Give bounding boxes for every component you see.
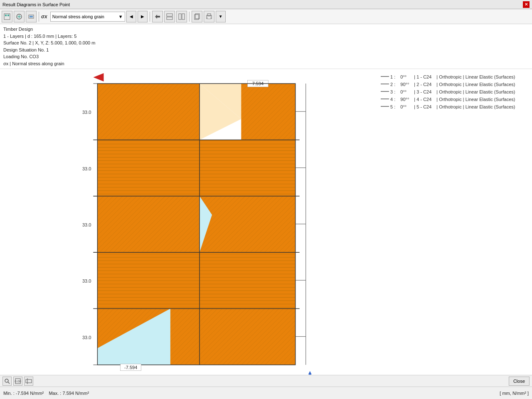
legend-area: 1 : 0°° | 1 - C24 | Orthotropic | Linear… bbox=[374, 69, 532, 394]
svg-text:0.00: 0.00 bbox=[15, 379, 21, 383]
info-panel: Timber Design 1 - Layers | d : 165.0 mm … bbox=[0, 24, 532, 69]
title-bar: Result Diagrams in Surface Point ✕ bbox=[0, 0, 532, 9]
bottom-toolbar: 0.00 Close bbox=[0, 375, 532, 387]
info-line-6: σx | Normal stress along grain bbox=[3, 60, 529, 67]
legend-item: 5 : 0°° | 5 - C24 | Orthotropic | Linear… bbox=[378, 103, 517, 111]
min-value: -7.594 N/mm² bbox=[16, 391, 44, 396]
svg-rect-21 bbox=[97, 84, 200, 140]
print-dropdown-button[interactable]: ▼ bbox=[216, 11, 226, 22]
copy-button[interactable] bbox=[192, 11, 202, 22]
svg-rect-25 bbox=[97, 140, 200, 196]
info-line-3: Surface No. 2 | X, Y, Z: 5.000, 1.000, 0… bbox=[3, 39, 529, 47]
window-close-button[interactable]: ✕ bbox=[523, 1, 530, 8]
prev-button[interactable]: ◀ bbox=[126, 11, 136, 22]
stress-type-dropdown[interactable]: Normal stress along grain ▼ bbox=[50, 12, 125, 22]
max-value: 7.594 N/mm² bbox=[62, 391, 89, 396]
svg-rect-14 bbox=[207, 17, 211, 19]
svg-point-53 bbox=[5, 379, 8, 382]
status-bar: Min. : -7.594 N/mm² Max. : 7.594 N/mm² [… bbox=[0, 387, 532, 399]
svg-rect-57 bbox=[26, 379, 32, 383]
close-button[interactable]: Close bbox=[509, 377, 530, 386]
min-max-info: Min. : -7.594 N/mm² Max. : 7.594 N/mm² bbox=[3, 391, 89, 396]
units-info: [ mm, N/mm² ] bbox=[500, 391, 529, 396]
toolbar-separator-2 bbox=[150, 12, 150, 22]
split-v-button[interactable] bbox=[176, 11, 187, 22]
bottom-icon-2[interactable]: 0.00 bbox=[13, 377, 22, 386]
legend-item: 4 : 90°° | 4 - C24 | Orthotropic | Linea… bbox=[378, 96, 517, 103]
svg-rect-28 bbox=[200, 196, 296, 252]
info-line-1: Timber Design bbox=[3, 26, 529, 33]
svg-rect-2 bbox=[7, 15, 9, 16]
legend-table: 1 : 0°° | 1 - C24 | Orthotropic | Linear… bbox=[378, 73, 517, 111]
dim-label-1: 33.0 bbox=[82, 110, 91, 115]
dim-label-2: 33.0 bbox=[82, 166, 91, 171]
info-line-4: Design Situation No. 1 bbox=[3, 47, 529, 54]
canvas-area: 7.594 bbox=[0, 69, 374, 394]
bottom-icon-1[interactable] bbox=[2, 377, 12, 386]
info-line-2: 1 - Layers | d : 165.0 mm | Layers: 5 bbox=[3, 33, 529, 40]
min-value-label: -7.594 bbox=[124, 365, 137, 370]
svg-rect-27 bbox=[97, 196, 200, 252]
min-label: Min. : bbox=[3, 391, 15, 396]
svg-line-54 bbox=[8, 382, 10, 384]
toolbar-separator-3 bbox=[189, 12, 190, 22]
svg-rect-9 bbox=[182, 14, 185, 20]
svg-rect-1 bbox=[5, 15, 7, 16]
resize-button[interactable] bbox=[152, 11, 163, 22]
arrow-indicator bbox=[93, 73, 103, 81]
bottom-icon-3[interactable] bbox=[24, 377, 33, 386]
toolbar-icon-2[interactable] bbox=[14, 11, 25, 22]
main-content: 7.594 bbox=[0, 69, 532, 394]
svg-rect-6 bbox=[167, 14, 172, 16]
svg-marker-46 bbox=[308, 371, 312, 374]
print-button[interactable] bbox=[204, 11, 214, 22]
toolbar-separator-1 bbox=[39, 12, 39, 22]
info-line-5: Loading No. CO3 bbox=[3, 53, 529, 60]
sigma-label: σx bbox=[41, 14, 47, 20]
title-bar-text: Result Diagrams in Surface Point bbox=[2, 2, 70, 7]
svg-rect-26 bbox=[200, 140, 296, 196]
legend-item: 1 : 0°° | 1 - C24 | Orthotropic | Linear… bbox=[378, 73, 517, 81]
svg-rect-32 bbox=[200, 308, 296, 365]
diagram-svg: 7.594 bbox=[0, 69, 374, 394]
legend-item: 2 : 90°° | 2 - C24 | Orthotropic | Linea… bbox=[378, 81, 517, 88]
svg-rect-30 bbox=[200, 252, 296, 308]
legend-item: 3 : 0°° | 3 - C24 | Orthotropic | Linear… bbox=[378, 88, 517, 96]
dim-label-4: 33.0 bbox=[82, 278, 91, 283]
svg-rect-8 bbox=[179, 14, 181, 20]
dim-label-3: 33.0 bbox=[82, 222, 91, 227]
toolbar-icon-3[interactable] bbox=[26, 11, 37, 22]
toolbar: σx Normal stress along grain ▼ ◀ ▶ ▼ bbox=[0, 9, 532, 24]
split-h-button[interactable] bbox=[164, 11, 175, 22]
svg-rect-5 bbox=[30, 16, 33, 17]
max-label: Max. : bbox=[49, 391, 61, 396]
svg-rect-7 bbox=[167, 17, 172, 20]
svg-rect-23 bbox=[241, 84, 295, 140]
toolbar-icon-1[interactable] bbox=[2, 11, 12, 22]
next-button[interactable]: ▶ bbox=[138, 11, 148, 22]
dim-label-5: 33.0 bbox=[82, 335, 91, 340]
svg-rect-29 bbox=[97, 252, 200, 308]
